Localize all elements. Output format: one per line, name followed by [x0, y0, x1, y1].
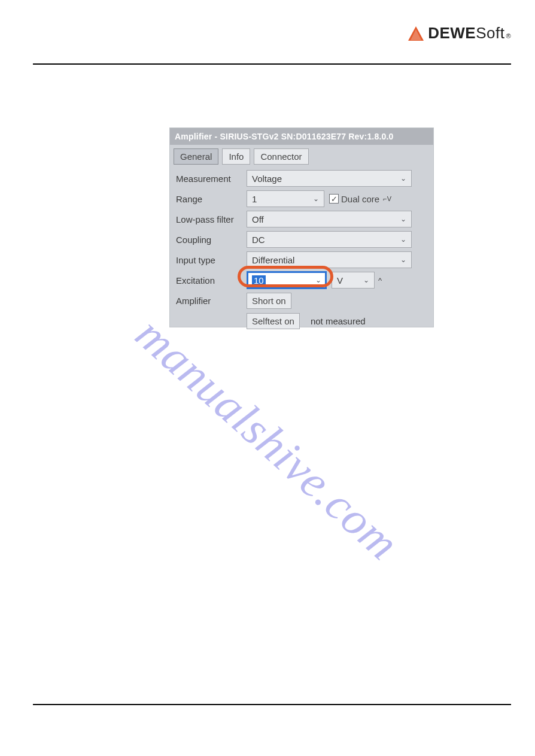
panel-form: Measurement Voltage ⌄ Range 1 ⌄ ✓ Dual c… — [170, 169, 433, 337]
input-type-select[interactable]: Differential ⌄ — [247, 251, 412, 268]
amplifier-label: Amplifier — [176, 296, 247, 306]
panel-tabs: General Info Connector — [170, 145, 433, 169]
excitation-unit: V — [337, 275, 343, 286]
chevron-down-icon: ⌄ — [363, 276, 369, 284]
measurement-value: Voltage — [252, 174, 282, 184]
tab-general[interactable]: General — [174, 148, 218, 165]
dual-core-suffix: ⌐V — [383, 195, 391, 202]
chevron-down-icon: ⌄ — [400, 174, 406, 183]
dual-core-checkbox[interactable]: ✓ Dual core ⌐V — [329, 194, 391, 204]
lowpass-label: Low-pass filter — [176, 214, 247, 224]
chevron-down-icon: ⌄ — [400, 215, 406, 223]
dual-core-label: Dual core — [341, 194, 379, 204]
range-select[interactable]: 1 ⌄ — [247, 190, 324, 207]
brand-logo-icon — [408, 26, 424, 41]
checkbox-checked-icon: ✓ — [329, 194, 339, 204]
coupling-select[interactable]: DC ⌄ — [247, 231, 412, 248]
range-value: 1 — [252, 194, 257, 204]
lowpass-select[interactable]: Off ⌄ — [247, 211, 412, 227]
brand-name: DEWESoft® — [428, 24, 511, 42]
brand-logo: DEWESoft® — [408, 24, 511, 42]
selftest-on-button[interactable]: Selftest on — [247, 313, 300, 329]
header-divider — [33, 63, 511, 65]
amplifier-panel: Amplifier - SIRIUS-STGv2 SN:D011623E77 R… — [169, 127, 434, 327]
coupling-label: Coupling — [176, 235, 247, 245]
lowpass-value: Off — [252, 214, 264, 224]
footer-divider — [33, 704, 511, 705]
excitation-label: Excitation — [176, 275, 247, 286]
measurement-select[interactable]: Voltage ⌄ — [247, 170, 412, 187]
coupling-value: DC — [252, 235, 265, 245]
input-type-value: Differential — [252, 255, 294, 265]
excitation-value-select[interactable]: 10 ⌄ — [247, 271, 327, 289]
brand-name-light: Soft — [476, 24, 504, 42]
tab-info[interactable]: Info — [222, 148, 250, 165]
range-label: Range — [176, 194, 247, 204]
chevron-down-icon: ⌄ — [315, 276, 321, 284]
excitation-value: 10 — [252, 275, 266, 286]
brand-name-bold: DEWE — [428, 24, 476, 42]
caret-up-icon[interactable]: ^ — [378, 276, 382, 285]
measurement-label: Measurement — [176, 174, 247, 184]
excitation-unit-select[interactable]: V ⌄ — [332, 272, 375, 289]
chevron-down-icon: ⌄ — [400, 256, 406, 264]
chevron-down-icon: ⌄ — [313, 195, 319, 203]
chevron-down-icon: ⌄ — [400, 235, 406, 244]
panel-title: Amplifier - SIRIUS-STGv2 SN:D011623E77 R… — [170, 128, 433, 145]
selftest-status: not measured — [311, 316, 366, 326]
short-on-button[interactable]: Short on — [247, 293, 291, 309]
brand-registered: ® — [506, 32, 511, 40]
tab-connector[interactable]: Connector — [254, 148, 308, 165]
input-type-label: Input type — [176, 255, 247, 265]
